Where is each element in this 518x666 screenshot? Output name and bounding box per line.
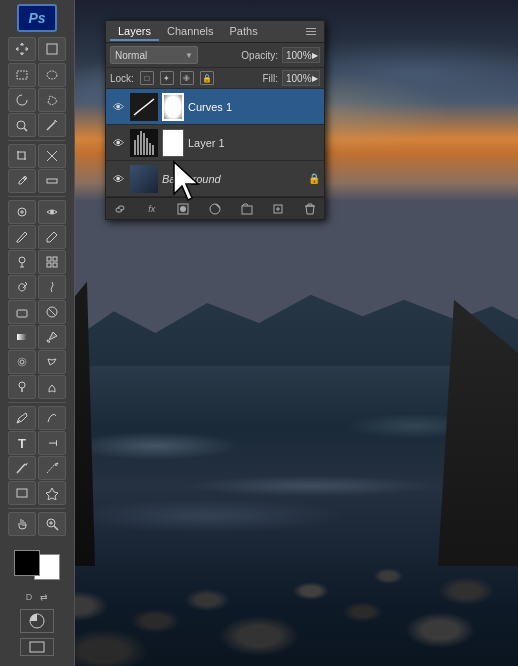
canvas-background xyxy=(0,0,518,666)
cloud-layer xyxy=(0,33,518,299)
rocks-layer xyxy=(0,366,518,666)
